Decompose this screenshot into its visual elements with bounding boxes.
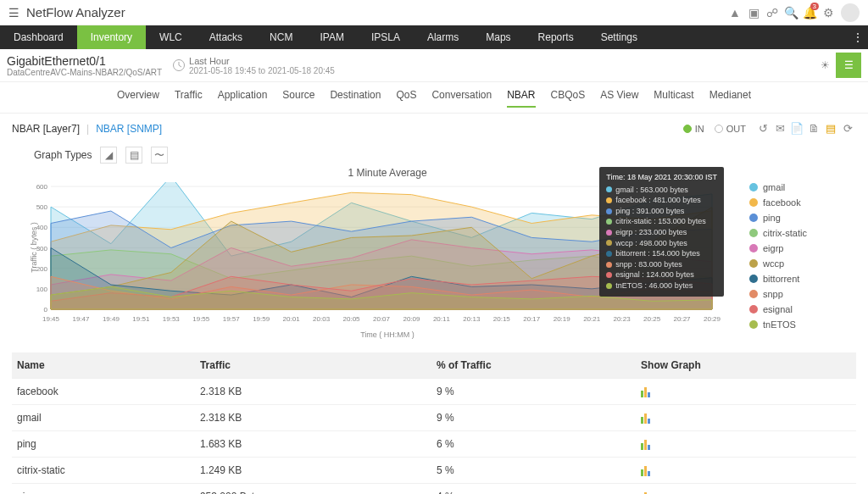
table-row: gmail2.318 KB9 % xyxy=(12,405,856,431)
chart-ylabel: Traffic ( bytes ) xyxy=(30,222,38,273)
tab-conversation[interactable]: Conversation xyxy=(431,89,492,108)
svg-text:19:57: 19:57 xyxy=(223,315,241,323)
bar-chart-icon[interactable]: ▤ xyxy=(822,122,839,135)
table-row: facebook2.318 KB9 % xyxy=(12,379,856,405)
svg-text:0: 0 xyxy=(44,306,48,314)
notifications-icon[interactable]: 🔔3 xyxy=(800,6,819,19)
topbar: ☰ NetFlow Analyzer ▲ ▣ ☍ 🔍 🔔3 ⚙ xyxy=(0,0,868,25)
nav-item-alarms[interactable]: Alarms xyxy=(414,25,472,49)
tab-source[interactable]: Source xyxy=(282,89,314,108)
legend-item[interactable]: wccp xyxy=(749,258,851,269)
pdf-icon[interactable]: 📄 xyxy=(788,122,805,135)
table-header[interactable]: % of Traffic xyxy=(431,352,636,379)
nav-item-ipsla[interactable]: IPSLA xyxy=(358,25,414,49)
avatar[interactable] xyxy=(841,3,860,22)
svg-text:20:19: 20:19 xyxy=(554,315,571,323)
nav-item-ncm[interactable]: NCM xyxy=(256,25,306,49)
main-nav: DashboardInventoryWLCAttacksNCMIPAMIPSLA… xyxy=(0,25,868,49)
tab-application[interactable]: Application xyxy=(218,89,268,108)
nav-item-settings[interactable]: Settings xyxy=(587,25,651,49)
legend-item[interactable]: facebook xyxy=(749,197,851,208)
time-range-label: Last Hour xyxy=(189,56,335,66)
interface-path: DataCentreAVC-Mains-NBAR2/QoS/ART xyxy=(7,68,162,77)
table-header[interactable]: Show Graph xyxy=(636,352,856,379)
graph-types-label: Graph Types xyxy=(34,149,92,161)
chart-container: 1 Minute Average Traffic ( bytes ) 01002… xyxy=(0,167,868,347)
chart-legend: gmailfacebookpingcitrix-staticeigrpwccpb… xyxy=(749,167,851,339)
mail-icon[interactable]: ✉ xyxy=(771,122,788,135)
history-icon[interactable]: ↺ xyxy=(754,122,771,135)
svg-text:500: 500 xyxy=(36,203,48,211)
alarm-toggle-icon[interactable]: ☀ xyxy=(814,54,836,76)
legend-item[interactable]: eigrp xyxy=(749,243,851,253)
table-header[interactable]: Name xyxy=(12,352,195,379)
context-bar: GigabitEthernet0/1 DataCentreAVC-Mains-N… xyxy=(0,49,868,82)
line-chart-type-icon[interactable]: 〜 xyxy=(151,147,168,164)
svg-text:20:11: 20:11 xyxy=(433,315,451,323)
tab-medianet[interactable]: Medianet xyxy=(709,89,751,108)
svg-text:600: 600 xyxy=(36,183,48,191)
nav-more-icon[interactable]: ⋮ xyxy=(848,25,868,49)
search-icon[interactable]: 🔍 xyxy=(782,6,800,19)
time-range-value: 2021-05-18 19:45 to 2021-05-18 20:45 xyxy=(189,66,335,75)
table-header[interactable]: Traffic xyxy=(195,352,431,379)
legend-item[interactable]: citrix-static xyxy=(749,228,851,238)
tab-cbqos[interactable]: CBQoS xyxy=(551,89,586,108)
traffic-table: NameTraffic% of TrafficShow Graph facebo… xyxy=(12,352,856,494)
nav-item-maps[interactable]: Maps xyxy=(472,25,524,49)
svg-text:20:07: 20:07 xyxy=(373,315,391,323)
show-graph-button[interactable] xyxy=(636,431,856,458)
rocket-icon[interactable]: ▲ xyxy=(726,6,744,19)
svg-text:20:25: 20:25 xyxy=(643,315,661,323)
legend-item[interactable]: snpp xyxy=(749,289,851,299)
time-range-selector[interactable]: Last Hour 2021-05-18 19:45 to 2021-05-18… xyxy=(172,56,335,75)
nbar-snmp-tab[interactable]: NBAR [SNMP] xyxy=(96,123,162,135)
svg-text:20:09: 20:09 xyxy=(403,315,420,323)
show-graph-button[interactable] xyxy=(636,405,856,431)
in-out-toggle[interactable]: IN OUT xyxy=(680,124,746,134)
svg-text:20:15: 20:15 xyxy=(493,315,511,323)
legend-item[interactable]: bittorrent xyxy=(749,274,851,284)
monitor-icon[interactable]: ▣ xyxy=(744,6,763,19)
legend-item[interactable]: gmail xyxy=(749,182,851,192)
tab-qos[interactable]: QoS xyxy=(396,89,416,108)
refresh-icon[interactable]: ⟳ xyxy=(839,122,856,135)
tab-destination[interactable]: Destination xyxy=(330,89,381,108)
tab-traffic[interactable]: Traffic xyxy=(175,89,203,108)
tab-overview[interactable]: Overview xyxy=(117,89,159,108)
tab-as-view[interactable]: AS View xyxy=(600,89,638,108)
nbar-layer7-tab[interactable]: NBAR [Layer7] xyxy=(12,123,80,135)
svg-text:20:05: 20:05 xyxy=(343,315,361,323)
nav-item-reports[interactable]: Reports xyxy=(525,25,587,49)
show-graph-button[interactable] xyxy=(636,379,856,405)
chart-xlabel: Time ( HH:MM ) xyxy=(25,330,749,339)
show-graph-button[interactable] xyxy=(636,458,856,484)
tab-multicast[interactable]: Multicast xyxy=(654,89,693,108)
nav-item-attacks[interactable]: Attacks xyxy=(196,25,256,49)
bar-chart-type-icon[interactable]: ▤ xyxy=(125,147,142,164)
apps-grid-icon[interactable]: ☰ xyxy=(8,6,19,19)
show-graph-button[interactable] xyxy=(636,484,856,495)
nav-item-inventory[interactable]: Inventory xyxy=(77,25,146,49)
svg-text:19:45: 19:45 xyxy=(42,315,60,323)
svg-text:100: 100 xyxy=(36,286,48,293)
svg-text:20:23: 20:23 xyxy=(614,315,632,323)
legend-item[interactable]: ping xyxy=(749,213,851,223)
hamburger-icon[interactable]: ☰ xyxy=(836,53,861,78)
support-icon[interactable]: ☍ xyxy=(763,6,782,19)
gear-icon[interactable]: ⚙ xyxy=(819,6,837,19)
svg-text:20:01: 20:01 xyxy=(283,315,301,323)
nav-item-ipam[interactable]: IPAM xyxy=(306,25,357,49)
graph-type-selector: Graph Types ◢ ▤ 〜 xyxy=(0,143,868,167)
tab-nbar[interactable]: NBAR xyxy=(507,89,535,108)
brand-title: NetFlow Analyzer xyxy=(26,5,125,19)
legend-item[interactable]: esignal xyxy=(749,304,851,314)
sub-tabs: OverviewTrafficApplicationSourceDestinat… xyxy=(0,82,868,114)
legend-item[interactable]: tnETOS xyxy=(749,319,851,330)
csv-icon[interactable]: 🗎 xyxy=(805,122,822,135)
interface-title-box: GigabitEthernet0/1 DataCentreAVC-Mains-N… xyxy=(7,54,162,77)
area-chart-type-icon[interactable]: ◢ xyxy=(100,147,117,164)
nav-item-dashboard[interactable]: Dashboard xyxy=(0,25,77,49)
svg-text:20:17: 20:17 xyxy=(523,315,541,323)
nav-item-wlc[interactable]: WLC xyxy=(146,25,196,49)
